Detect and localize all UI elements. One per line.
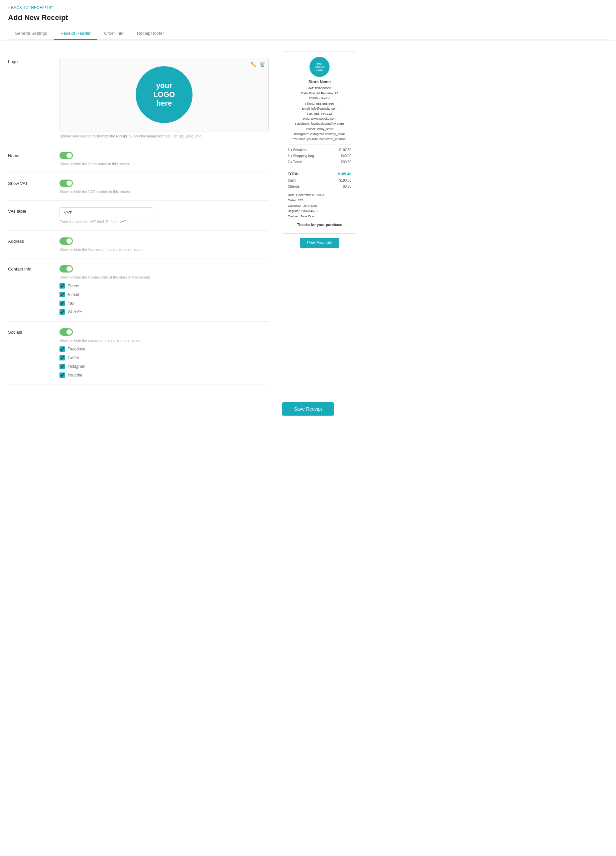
show-vat-control: ✓ Show or hide the VAT number in this re… bbox=[60, 180, 269, 194]
logo-circle: yourLOGOhere bbox=[136, 66, 192, 123]
receipt-change-label: Change bbox=[288, 183, 300, 189]
receipt-total-row: TOTAL $189.40 bbox=[288, 171, 351, 177]
address-toggle[interactable]: ✓ bbox=[60, 237, 73, 245]
tab-general[interactable]: General Settings bbox=[8, 28, 54, 40]
social-twitter-checkbox[interactable] bbox=[60, 355, 65, 360]
contact-website-label: Website bbox=[68, 309, 82, 314]
receipt-total-label: TOTAL bbox=[288, 171, 300, 177]
print-example-button[interactable]: Print Example bbox=[300, 238, 339, 248]
logo-upload-actions: ✏️ 🗑️ bbox=[250, 61, 266, 68]
social-youtube-item[interactable]: Youtube bbox=[60, 373, 269, 378]
contact-info-section: Contact Info ✓ Show or hide the Contact … bbox=[8, 259, 269, 322]
socials-label: Socials bbox=[8, 328, 51, 335]
address-toggle-hint: Show or hide the Address of the store in… bbox=[60, 248, 269, 251]
contact-phone-label: Phone bbox=[68, 283, 79, 288]
logo-preview: yourLOGOhere bbox=[64, 62, 264, 127]
show-vat-section: Show VAT ✓ Show or hide the VAT number i… bbox=[8, 173, 269, 201]
edit-logo-button[interactable]: ✏️ bbox=[250, 61, 257, 68]
contact-website-checkbox[interactable] bbox=[60, 309, 65, 315]
logo-control: ✏️ 🗑️ yourLOGOhere Upload your logo to c… bbox=[60, 58, 269, 138]
receipt-address1: Calle Rúe del Percebe, 13 bbox=[288, 91, 351, 95]
name-label: Name bbox=[8, 152, 51, 158]
name-toggle[interactable]: ✓ bbox=[60, 152, 73, 159]
contact-email-item[interactable]: E-mail bbox=[60, 292, 269, 297]
contact-phone-item[interactable]: Phone bbox=[60, 283, 269, 289]
show-vat-toggle[interactable]: ✓ bbox=[60, 180, 73, 187]
tabs-bar: General Settings Receipt Header Order In… bbox=[8, 28, 608, 40]
contact-info-label: Contact Info bbox=[8, 265, 51, 271]
receipt-facebook: Facebook: facebook.com/my-store bbox=[288, 121, 351, 126]
receipt-info: VAT: B39000000 Calle Rúe del Percebe, 13… bbox=[288, 86, 351, 142]
social-facebook-label: Facebook bbox=[68, 347, 85, 351]
vat-label-label: VAT label bbox=[8, 207, 51, 214]
save-receipt-button[interactable]: Save Receipt bbox=[282, 402, 334, 416]
receipt-address2: 28000 - Madrid bbox=[288, 95, 351, 101]
name-toggle-hint: Show or hide the Store name in this rece… bbox=[60, 162, 269, 166]
receipt-divider-2 bbox=[288, 168, 351, 168]
right-panel: yourLOGOhere Store Name VAT: B39000000 C… bbox=[280, 51, 359, 385]
receipt-phone: Phone: 555.555.666 bbox=[288, 101, 351, 106]
logo-upload-area: ✏️ 🗑️ yourLOGOhere bbox=[60, 58, 269, 131]
show-vat-toggle-hint: Show or hide the VAT number in this rece… bbox=[60, 189, 269, 194]
tab-footer[interactable]: Receipt footer bbox=[131, 28, 171, 40]
contact-phone-checkbox[interactable] bbox=[60, 283, 65, 289]
address-toggle-slider: ✓ bbox=[60, 237, 73, 245]
main-content: Logo ✏️ 🗑️ yourLOGOhere Upload your logo… bbox=[0, 40, 368, 396]
top-bar: BACK TO "RECEIPTS" Add New Receipt Gener… bbox=[0, 0, 616, 40]
socials-toggle-slider: ✓ bbox=[60, 328, 73, 336]
contact-email-checkbox[interactable] bbox=[60, 292, 65, 297]
contact-info-checkbox-list: Phone E-mail Fax Website bbox=[60, 283, 269, 315]
name-section: Name ✓ Show or hide the Store name in th… bbox=[8, 145, 269, 173]
left-panel: Logo ✏️ 🗑️ yourLOGOhere Upload your logo… bbox=[8, 51, 269, 385]
show-vat-toggle-wrapper: ✓ Show or hide the VAT number in this re… bbox=[60, 180, 269, 194]
contact-website-item[interactable]: Website bbox=[60, 309, 269, 315]
receipt-order: Order: 452 bbox=[288, 198, 351, 203]
vat-label-section: VAT label Enter the label for VAT field.… bbox=[8, 201, 269, 231]
social-instagram-item[interactable]: Instagram bbox=[60, 364, 269, 369]
show-vat-label: Show VAT bbox=[8, 180, 51, 186]
social-instagram-checkbox[interactable] bbox=[60, 364, 65, 369]
receipt-cash-label: Cash bbox=[288, 177, 295, 183]
socials-toggle[interactable]: ✓ bbox=[60, 328, 73, 336]
receipt-web: Web: www.website.com bbox=[288, 116, 351, 121]
receipt-cashier: Cashier: Jane Doe bbox=[288, 214, 351, 219]
social-youtube-checkbox[interactable] bbox=[60, 373, 65, 378]
receipt-cash-row: Cash $190.00 bbox=[288, 177, 351, 183]
receipt-instagram: Instagram: instagram.com/my_store bbox=[288, 131, 351, 136]
socials-toggle-hint: Show or hide the socials of the store in… bbox=[60, 339, 269, 342]
contact-info-toggle[interactable]: ✓ bbox=[60, 265, 73, 273]
page-title: Add New Receipt bbox=[8, 13, 608, 22]
name-toggle-slider: ✓ bbox=[60, 152, 73, 159]
socials-checkbox-list: Facebook Twitter Instagram Youtube bbox=[60, 346, 269, 378]
address-label: Address bbox=[8, 237, 51, 244]
receipt-twitter: Twitter: @my_store bbox=[288, 126, 351, 131]
receipt-item-1-qty: 1 x Shopping bag bbox=[288, 153, 314, 159]
receipt-register: Register: 23878457-2 bbox=[288, 208, 351, 214]
back-link[interactable]: BACK TO "RECEIPTS" bbox=[8, 5, 52, 11]
receipt-item-2: 2 x T-shirt $39.60 bbox=[288, 159, 351, 165]
show-vat-toggle-slider: ✓ bbox=[60, 180, 73, 187]
contact-fax-label: Fax bbox=[68, 301, 74, 306]
contact-info-toggle-hint: Show or hide the Contact Info of the sto… bbox=[60, 275, 269, 279]
receipt-thanks: Thanks for your purchase bbox=[288, 223, 351, 227]
contact-fax-checkbox[interactable] bbox=[60, 300, 65, 306]
delete-logo-button[interactable]: 🗑️ bbox=[259, 61, 266, 68]
receipt-item-2-qty: 2 x T-shirt bbox=[288, 159, 303, 165]
receipt-change-row: Change $0.60 bbox=[288, 183, 351, 189]
address-control: ✓ Show or hide the Address of the store … bbox=[60, 237, 269, 251]
address-section: Address ✓ Show or hide the Address of th… bbox=[8, 231, 269, 259]
social-youtube-label: Youtube bbox=[68, 373, 82, 377]
social-twitter-item[interactable]: Twitter bbox=[60, 355, 269, 360]
tab-header[interactable]: Receipt Header bbox=[54, 28, 97, 40]
contact-info-toggle-wrapper: ✓ Show or hide the Contact Info of the s… bbox=[60, 265, 269, 279]
receipt-cash-value: $190.00 bbox=[339, 177, 351, 183]
social-facebook-checkbox[interactable] bbox=[60, 346, 65, 352]
social-instagram-label: Instagram bbox=[68, 364, 85, 369]
page-container: BACK TO "RECEIPTS" Add New Receipt Gener… bbox=[0, 0, 616, 856]
receipt-item-0: 1 x Sneakers $107.80 bbox=[288, 147, 351, 153]
social-facebook-item[interactable]: Facebook bbox=[60, 346, 269, 352]
vat-label-input[interactable] bbox=[60, 207, 153, 219]
tab-order[interactable]: Order Info bbox=[97, 28, 131, 40]
contact-fax-item[interactable]: Fax bbox=[60, 300, 269, 306]
receipt-item-1: 1 x Shopping bag $40.00 bbox=[288, 153, 351, 159]
